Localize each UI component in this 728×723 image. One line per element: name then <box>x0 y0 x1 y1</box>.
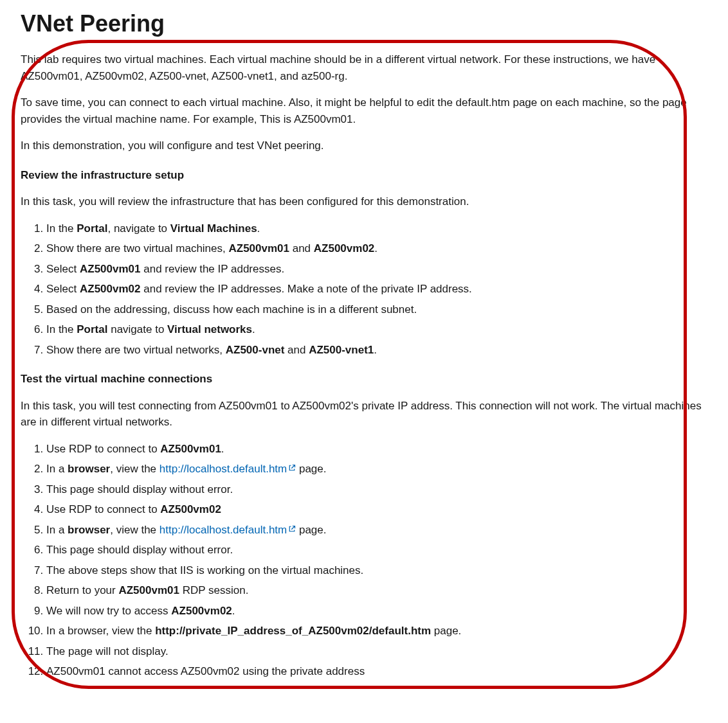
list-item: Use RDP to connect to AZ500vm01. <box>46 441 707 458</box>
page-title: VNet Peering <box>21 6 707 41</box>
list-item: The page will not display. <box>46 643 707 660</box>
list-item: We will now try to access AZ500vm02. <box>46 603 707 620</box>
list-item: In the Portal, navigate to Virtual Machi… <box>46 220 707 237</box>
list-item: In a browser, view the http://private_IP… <box>46 623 707 639</box>
list-item: Based on the addressing, discuss how eac… <box>46 301 707 318</box>
intro-paragraph-1: This lab requires two virtual machines. … <box>21 51 707 84</box>
list-item: In a browser, view the http://localhost.… <box>46 461 707 478</box>
list-item: AZ500vm01 cannot access AZ500vm02 using … <box>46 663 707 680</box>
section2-lead: In this task, you will test connecting f… <box>21 398 707 431</box>
list-item: Use RDP to connect to AZ500vm02 <box>46 501 707 518</box>
section1-list: In the Portal, navigate to Virtual Machi… <box>21 220 707 359</box>
section-heading-2: Test the virtual machine connections <box>21 371 707 388</box>
list-item: This page should display without error. <box>46 542 707 558</box>
external-link[interactable]: http://localhost.default.htm <box>159 524 287 536</box>
list-item: In the Portal navigate to Virtual networ… <box>46 321 707 338</box>
external-link-icon <box>288 464 296 472</box>
list-item: The above steps show that IIS is working… <box>46 562 707 579</box>
external-link-icon <box>288 525 296 533</box>
intro-paragraph-2: To save time, you can connect to each vi… <box>21 94 707 127</box>
list-item: Return to your AZ500vm01 RDP session. <box>46 582 707 599</box>
external-link[interactable]: http://localhost.default.htm <box>159 463 287 475</box>
intro-paragraph-3: In this demonstration, you will configur… <box>21 138 707 154</box>
document-body: VNet Peering This lab requires two virtu… <box>0 0 728 680</box>
list-item: Select AZ500vm01 and review the IP addre… <box>46 261 707 278</box>
section1-lead: In this task, you will review the infras… <box>21 193 707 210</box>
list-item: Show there are two virtual networks, AZ5… <box>46 342 707 359</box>
section-heading-1: Review the infrastructure setup <box>21 167 707 184</box>
section2-list: Use RDP to connect to AZ500vm01. In a br… <box>21 441 707 680</box>
list-item: Show there are two virtual machines, AZ5… <box>46 240 707 257</box>
list-item: In a browser, view the http://localhost.… <box>46 522 707 539</box>
list-item: Select AZ500vm02 and review the IP addre… <box>46 281 707 298</box>
list-item: This page should display without error. <box>46 481 707 498</box>
